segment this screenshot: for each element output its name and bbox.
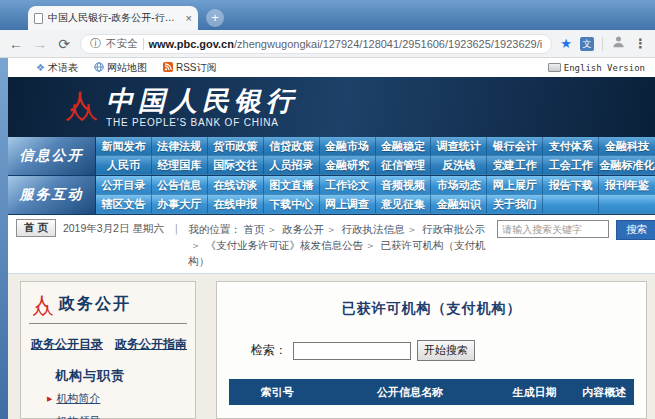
page-left-strip [0, 58, 8, 419]
webpage: ❖术语表 网站地图 RSS订阅 English Version 人 人人 中国人… [0, 58, 655, 419]
bullet-icon: ▶ [47, 395, 52, 403]
glossary-link[interactable]: ❖术语表 [36, 61, 78, 75]
nav-link[interactable]: 金融稳定 [376, 137, 432, 156]
nav-link[interactable]: 支付体系 [543, 137, 599, 156]
breadcrumb: 我的位置： 首页＞ 政务公开＞ 行政执法信息＞ 行政审批公示＞ 《支付业务许可证… [188, 219, 490, 269]
browser-tab[interactable]: 中国人民银行-政务公开-行政执法信息 × [28, 6, 198, 30]
bank-name-cn: 中国人民银行 [106, 87, 298, 114]
sidebar-item-org-leaders[interactable]: ▶ 机构领导 [47, 414, 187, 419]
nav-link[interactable]: 银行会计 [487, 137, 543, 156]
tab-title: 中国人民银行-政务公开-行政执法信息 [48, 11, 181, 25]
nav-link[interactable]: 报告下载 [543, 176, 599, 195]
sidebar-section-title: 机构与职责 [55, 367, 187, 385]
keyboard-icon [548, 63, 561, 72]
sitemap-link[interactable]: 网站地图 [94, 61, 147, 75]
refresh-button[interactable]: ⟳ [56, 36, 72, 52]
site-search-input[interactable] [497, 220, 609, 238]
nav-link[interactable]: 调查统计 [431, 137, 487, 156]
nav-link[interactable]: 党建工作 [487, 156, 543, 175]
bookmark-star-icon[interactable]: ★ [560, 36, 572, 51]
nav-link[interactable]: 音频视频 [376, 176, 432, 195]
nav-link[interactable]: 市场动态 [431, 176, 487, 195]
english-version-link[interactable]: English Version [548, 63, 645, 73]
nav-link[interactable]: 金融市场 [320, 137, 376, 156]
site-search-button[interactable]: 搜索 [616, 220, 655, 240]
security-label: 不安全 [106, 37, 138, 51]
nav-section-service-interaction[interactable]: 服务互动 [8, 176, 96, 214]
url-path: /zhengwugongkai/127924/128041/2951606/19… [234, 38, 542, 50]
content-area: 人 人人 政务公开 政务公开目录 政务公开指南 机构与职责 ▶ 机构简介 [8, 274, 655, 419]
sidebar-pbc-logo: 人 人人 [33, 295, 51, 314]
nav-link[interactable]: 在线访谈 [208, 176, 264, 195]
profile-avatar-icon[interactable] [611, 34, 626, 53]
nav-link[interactable]: 图文直播 [264, 176, 320, 195]
main-navigation: 信息公开 新闻发布 法律法规 货币政策 信贷政策 金融市场 金融稳定 调查统计 … [8, 137, 655, 215]
nav-link[interactable]: 国际交往 [208, 156, 264, 175]
new-tab-button[interactable]: + [206, 9, 224, 27]
url-bar[interactable]: ⓘ 不安全 www.pbc.gov.cn/zhengwugongkai/1279… [80, 34, 552, 54]
back-button[interactable]: ← [8, 36, 24, 52]
nav-link[interactable]: 辖区文告 [96, 195, 152, 214]
breadcrumb-link[interactable]: 行政审批公示 [422, 223, 485, 235]
nav-link[interactable]: 人民币 [96, 156, 152, 175]
nav-link[interactable]: 公开目录 [96, 176, 152, 195]
sidebar-title: 政务公开 [59, 294, 131, 315]
nav-link[interactable]: 网上展厅 [487, 176, 543, 195]
nav-link[interactable]: 金融知识 [431, 195, 487, 214]
home-button[interactable]: 首 页 [16, 219, 56, 237]
nav-link[interactable]: 报刊年鉴 [599, 176, 655, 195]
breadcrumb-bar: 首 页 2019年3月2日 星期六 ｜ 我的位置： 首页＞ 政务公开＞ 行政执法… [8, 215, 655, 274]
nav-link[interactable]: 信贷政策 [264, 137, 320, 156]
breadcrumb-link[interactable]: 首页 [244, 223, 265, 235]
nav-link[interactable]: 工作论文 [320, 176, 376, 195]
nav-link[interactable]: 反洗钱 [431, 156, 487, 175]
translate-icon[interactable]: 文 [580, 37, 594, 51]
nav-link[interactable]: 办事大厅 [152, 195, 208, 214]
cell-name-link[interactable]: 支付宝（中国）网络技术有限公司 [325, 405, 494, 419]
date-divider: ｜ [171, 219, 181, 236]
content-search-input[interactable] [293, 342, 411, 360]
nav-filler [599, 195, 655, 214]
nav-link[interactable]: 金融标准化 [599, 156, 655, 175]
rss-link[interactable]: RSS订阅 [163, 61, 217, 75]
page-title: 已获许可机构（支付机构） [217, 300, 646, 318]
nav-link[interactable]: 新闻发布 [96, 137, 152, 156]
nav-section-info-disclosure[interactable]: 信息公开 [8, 137, 96, 175]
nav-link[interactable]: 在线申报 [208, 195, 264, 214]
nav-link[interactable]: 金融研究 [320, 156, 376, 175]
current-date: 2019年3月2日 星期六 [63, 219, 164, 236]
nav-link[interactable]: 关于我们 [487, 195, 543, 214]
tab-strip: 中国人民银行-政务公开-行政执法信息 × + [0, 0, 655, 30]
column-header-summary: 内容概述 [575, 379, 634, 405]
browser-menu-icon[interactable]: ⋮ [634, 36, 647, 51]
browser-toolbar: ← → ⟳ ⓘ 不安全 www.pbc.gov.cn/zhengwugongka… [0, 30, 655, 58]
nav-link[interactable]: 人员招录 [264, 156, 320, 175]
tab-close-icon[interactable]: × [186, 12, 192, 24]
nav-link[interactable]: 法律法规 [152, 137, 208, 156]
start-search-button[interactable]: 开始搜索 [417, 340, 475, 361]
nav-link[interactable]: 下载中心 [264, 195, 320, 214]
nav-link[interactable]: 金融科技 [599, 137, 655, 156]
page-url: www.pbc.gov.cn/zhengwugongkai/127924/128… [148, 38, 542, 50]
pbc-logo: 人 人人 [66, 94, 94, 120]
breadcrumb-link[interactable]: 行政执法信息 [341, 223, 404, 235]
nav-link[interactable]: 征信管理 [376, 156, 432, 175]
breadcrumb-link[interactable]: 《支付业务许可证》核发信息公告 [206, 239, 364, 251]
sidebar-link-directory[interactable]: 政务公开目录 [31, 336, 103, 353]
breadcrumb-link[interactable]: 政务公开 [282, 223, 324, 235]
nav-filler [543, 195, 599, 214]
nav-link[interactable]: 公告信息 [152, 176, 208, 195]
sidebar-item-org-intro[interactable]: ▶ 机构简介 [47, 391, 187, 406]
nav-link[interactable]: 货币政策 [208, 137, 264, 156]
forward-button[interactable]: → [32, 36, 48, 52]
nav-link[interactable]: 意见征集 [376, 195, 432, 214]
url-host: www.pbc.gov.cn [148, 38, 234, 50]
sidebar-link-guide[interactable]: 政务公开指南 [115, 336, 187, 353]
location-prefix: 我的位置： [188, 223, 241, 235]
nav-link[interactable]: 工会工作 [543, 156, 599, 175]
column-header-date: 生成日期 [494, 379, 574, 405]
nav-link[interactable]: 经理国库 [152, 156, 208, 175]
nav-link[interactable]: 网上调查 [320, 195, 376, 214]
cell-date: 2018年1月6日 [494, 405, 574, 419]
info-icon[interactable]: ⓘ [90, 36, 101, 51]
